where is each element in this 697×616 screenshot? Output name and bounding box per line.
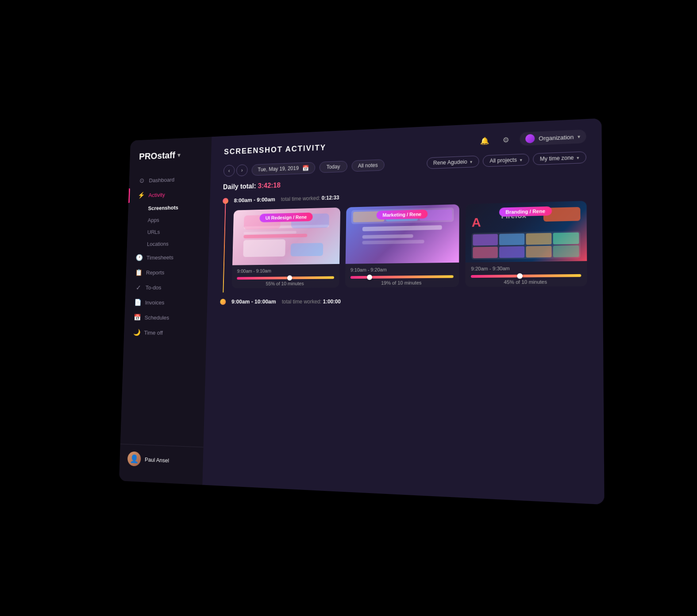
projects-filter-label: All projects [489,157,516,164]
card-percent-1: 55% of 10 minutes [236,280,334,286]
org-selector[interactable]: Organization ▾ [520,129,586,145]
user-filter[interactable]: Rene Agudeio ▾ [426,155,479,168]
time-worked-value-2: 1:00:00 [323,298,340,304]
sidebar-item-reports[interactable]: 📋 Reports [126,264,208,280]
app-shell: PROstaff ▾ ⊙ Dashboard ⚡ Activity Screen [119,118,604,505]
schedules-icon: 📅 [134,314,141,321]
logo-text: PROstaff [139,149,175,161]
card-percent-2: 19% of 10 minutes [350,279,454,286]
nav-section: ⊙ Dashboard ⚡ Activity Screenshots Apps [120,170,210,447]
progress-thumb-1 [287,275,292,280]
sidebar-item-timesheets[interactable]: 🕐 Timesheets [126,249,208,265]
card-tag-2: Marketing / Rene [376,209,427,219]
timeline-line-1 [223,203,226,292]
time-block-2-header: 9:00am - 10:00am total time worked: 1:00… [220,297,587,305]
nav-arrows: ‹ › [223,164,247,176]
sidebar-sub-screenshots[interactable]: Screenshots [148,200,210,214]
time-range-2: 9:00am - 10:00am [231,298,276,305]
user-filter-chevron: ▾ [470,159,472,164]
dashboard-label: Dashboard [149,176,174,183]
reports-label: Reports [146,269,164,275]
timezone-filter[interactable]: My time zone ▾ [532,151,586,165]
sidebar-item-invoices[interactable]: 📄 Invoices [125,295,208,310]
date-text: Tue, May 19, 2019 [258,165,299,172]
header-actions: 🔔 ⚙ Organization ▾ [477,129,586,148]
card-tag-1: UI Redesign / Rene [259,212,312,222]
sidebar-item-todos[interactable]: ✓ To-dos [125,279,208,295]
schedules-label: Schedules [144,314,169,320]
sidebar-sub-locations[interactable]: Locations [146,237,209,250]
urls-label: URLs [147,229,160,235]
timesheets-icon: 🕐 [135,254,142,261]
projects-filter-chevron: ▾ [520,157,522,162]
screenshot-card-3[interactable]: Branding / Rene [465,201,587,287]
timeline-area: 8:00am - 9:00am total time worked: 0:12:… [202,186,604,504]
invoices-icon: 📄 [134,298,141,306]
sidebar-item-activity[interactable]: ⚡ Activity [128,185,210,203]
time-block-2: 9:00am - 10:00am total time worked: 1:00… [220,297,587,305]
date-picker[interactable]: Tue, May 19, 2019 📅 [251,161,315,175]
apps-label: Apps [147,217,159,223]
notes-filter[interactable]: All notes [351,159,385,172]
timezone-filter-label: My time zone [539,154,574,162]
activity-label: Activity [148,191,165,198]
user-filter-label: Rene Agudeio [433,158,467,166]
sidebar-item-timeoff[interactable]: 🌙 Time off [123,325,206,341]
main-content: SCREENSHOT ACTIVITY 🔔 ⚙ Organization ▾ [202,118,604,505]
org-chevron-icon: ▾ [578,134,581,140]
app-window: PROstaff ▾ ⊙ Dashboard ⚡ Activity Screen [119,118,604,505]
bell-button[interactable]: 🔔 [477,133,492,148]
bell-icon: 🔔 [480,136,489,145]
card-time-3: 9:20am - 9:30am [471,264,581,271]
time-dot-1 [223,198,228,204]
card-percent-3: 45% of 10 minutes [471,279,581,285]
time-worked-prefix-2: total time worked: 1:00:00 [281,298,340,304]
gear-icon: ⚙ [503,135,509,144]
progress-bar-3 [471,274,581,277]
prev-arrow-icon: ‹ [228,168,230,173]
settings-button[interactable]: ⚙ [498,132,513,147]
sidebar-sub-apps[interactable]: Apps [147,212,209,226]
sidebar-sub-urls[interactable]: URLs [147,225,209,238]
sidebar-item-schedules[interactable]: 📅 Schedules [124,310,207,325]
card-tag-3: Branding / Rene [499,206,552,216]
today-label: Today [326,163,340,170]
timezone-filter-chevron: ▾ [577,155,579,160]
sidebar: PROstaff ▾ ⊙ Dashboard ⚡ Activity Screen [119,137,211,485]
screenshots-grid-1: UI Redesign / Rene [231,201,587,288]
card-time-2: 9:10am - 9:20am [350,266,453,272]
screenshot-card-2[interactable]: Marketing / Rene [345,204,459,287]
timeoff-label: Time off [144,329,163,336]
time-dot-2 [220,298,226,305]
next-arrow-icon: › [241,167,243,173]
logo-arrow-icon: ▾ [177,152,180,158]
screenshot-card-1[interactable]: UI Redesign / Rene [231,207,340,288]
dashboard-icon: ⊙ [138,176,145,184]
projects-filter[interactable]: All projects ▾ [482,153,529,167]
next-date-button[interactable]: › [236,164,247,176]
progress-thumb-2 [366,274,372,279]
screenshots-label: Screenshots [148,204,178,211]
notes-label: All notes [358,162,377,168]
progress-bar-2 [350,275,453,279]
activity-icon: ⚡ [138,191,145,199]
activity-subnav: Screenshots Apps URLs Locations [127,200,210,250]
page-title: SCREENSHOT ACTIVITY [223,143,326,156]
card-footer-1: 9:00am - 9:10am 55% of 10 minutes [231,264,339,288]
time-worked-value-1: 0:12:33 [321,194,339,201]
todos-icon: ✓ [135,283,142,291]
card-footer-3: 9:20am - 9:30am 45% of 10 minutes [465,261,587,287]
logo[interactable]: PROstaff ▾ [129,148,211,174]
avatar [127,451,141,466]
time-worked-prefix-1: total time worked: 0:12:33 [281,194,339,202]
sidebar-footer: Paul Ansel [119,444,203,476]
invoices-label: Invoices [145,299,164,305]
card-time-1: 9:00am - 9:10am [237,267,334,273]
prev-date-button[interactable]: ‹ [223,165,235,176]
locations-label: Locations [146,241,168,247]
sidebar-item-dashboard[interactable]: ⊙ Dashboard [129,170,211,188]
time-range-1: 8:00am - 9:00am [234,196,275,203]
org-dot [525,134,535,143]
timesheets-label: Timesheets [146,254,173,260]
today-button[interactable]: Today [319,161,347,173]
